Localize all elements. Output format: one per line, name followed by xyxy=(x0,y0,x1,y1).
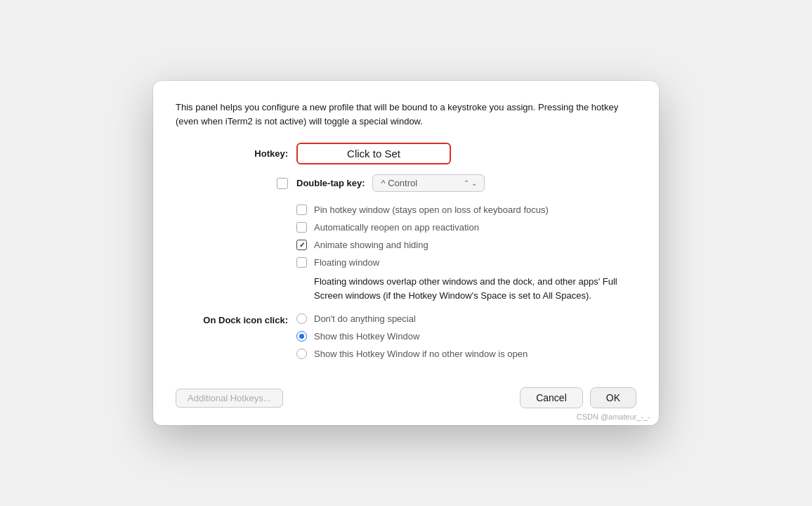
ok-button[interactable]: OK xyxy=(590,387,636,408)
dock-radio-show-row: Show this Hotkey Window xyxy=(296,331,528,342)
hotkey-row: Hotkey: Click to Set xyxy=(176,143,636,164)
option-animate-row: Animate showing and hiding xyxy=(296,240,636,250)
dock-radio-nothing-label: Don't do anything special xyxy=(314,313,416,324)
option-floating-label: Floating window xyxy=(314,257,379,268)
dock-radio-show[interactable] xyxy=(296,331,307,342)
option-floating-checkbox[interactable] xyxy=(296,257,307,268)
option-pin-label: Pin hotkey window (stays open on loss of… xyxy=(314,205,549,215)
dock-radio-show-if-none[interactable] xyxy=(296,349,307,359)
option-reopen-label: Automatically reopen on app reactivation xyxy=(314,222,479,233)
option-animate-label: Animate showing and hiding xyxy=(314,240,428,250)
control-option-label: ^ Control xyxy=(381,178,418,188)
dock-label: On Dock icon click: xyxy=(176,313,288,325)
floating-note: Floating windows overlap other windows a… xyxy=(314,275,636,302)
footer: Additional Hotkeys... Cancel OK xyxy=(176,376,636,408)
double-tap-checkbox[interactable] xyxy=(277,178,288,189)
hotkey-dialog: This panel helps you configure a new pro… xyxy=(153,81,659,425)
dock-radio-show-label: Show this Hotkey Window xyxy=(314,331,419,342)
dock-radio-show-if-none-row: Show this Hotkey Window if no other wind… xyxy=(296,349,528,359)
watermark: CSDN @amateur_-_- xyxy=(577,413,650,421)
option-floating-row: Floating window xyxy=(296,257,636,268)
dock-radio-nothing-row: Don't do anything special xyxy=(296,313,528,324)
dock-radio-nothing[interactable] xyxy=(296,313,307,324)
dock-radio-group: Don't do anything special Show this Hotk… xyxy=(296,313,528,359)
cancel-button[interactable]: Cancel xyxy=(520,387,583,408)
option-pin-row: Pin hotkey window (stays open on loss of… xyxy=(296,205,636,215)
double-tap-label: Double-tap key: xyxy=(296,178,365,188)
option-pin-checkbox[interactable] xyxy=(296,205,307,215)
additional-hotkeys-button[interactable]: Additional Hotkeys... xyxy=(176,389,283,408)
dock-section: On Dock icon click: Don't do anything sp… xyxy=(176,313,636,359)
options-section: Pin hotkey window (stays open on loss of… xyxy=(296,205,636,268)
hotkey-label: Hotkey: xyxy=(176,148,288,159)
footer-buttons: Cancel OK xyxy=(520,387,636,408)
chevron-icon: ⌃ ⌄ xyxy=(464,179,477,187)
option-reopen-checkbox[interactable] xyxy=(296,222,307,233)
description-text: This panel helps you configure a new pro… xyxy=(176,100,636,129)
option-reopen-row: Automatically reopen on app reactivation xyxy=(296,222,636,233)
double-tap-row: Double-tap key: ^ Control ⌃ ⌄ xyxy=(176,174,636,192)
hotkey-button[interactable]: Click to Set xyxy=(296,143,451,164)
control-select[interactable]: ^ Control ⌃ ⌄ xyxy=(372,174,485,192)
option-animate-checkbox[interactable] xyxy=(296,240,307,250)
dock-radio-show-if-none-label: Show this Hotkey Window if no other wind… xyxy=(314,349,528,359)
